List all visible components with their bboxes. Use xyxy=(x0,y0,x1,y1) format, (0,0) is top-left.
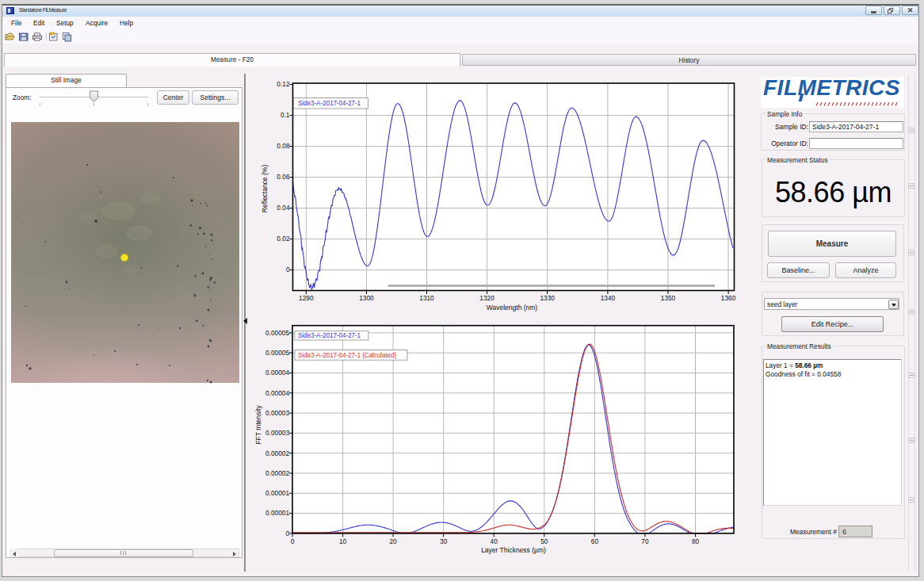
svg-text:Side3-A-2017-04-27-1: Side3-A-2017-04-27-1 xyxy=(298,332,361,339)
svg-text:1320: 1320 xyxy=(479,294,494,302)
svg-text:0.12: 0.12 xyxy=(277,80,290,88)
svg-text:FFT Intensity: FFT Intensity xyxy=(254,405,262,445)
svg-text:0.00004: 0.00004 xyxy=(265,389,289,397)
svg-text:Side3-A-2017-04-27-1: Side3-A-2017-04-27-1 xyxy=(298,100,361,107)
svg-text:1330: 1330 xyxy=(540,294,555,302)
svg-text:0: 0 xyxy=(291,537,295,545)
svg-text:0.00005: 0.00005 xyxy=(265,349,289,357)
svg-text:0.00004: 0.00004 xyxy=(265,369,289,377)
svg-text:0.00002: 0.00002 xyxy=(265,449,289,457)
svg-text:1300: 1300 xyxy=(359,294,374,302)
svg-text:0.04: 0.04 xyxy=(277,204,290,212)
svg-text:1290: 1290 xyxy=(299,294,314,302)
svg-text:0.00001: 0.00001 xyxy=(265,509,289,517)
svg-text:1340: 1340 xyxy=(601,294,616,302)
svg-text:Wavelength (nm): Wavelength (nm) xyxy=(487,304,538,312)
svg-text:0.00003: 0.00003 xyxy=(265,409,289,417)
svg-text:1360: 1360 xyxy=(721,294,736,302)
svg-text:0.00003: 0.00003 xyxy=(265,429,289,437)
svg-text:80: 80 xyxy=(692,537,700,545)
svg-text:0.00001: 0.00001 xyxy=(265,489,289,497)
svg-text:0.02: 0.02 xyxy=(277,235,290,243)
svg-text:0.00002: 0.00002 xyxy=(265,469,289,477)
svg-text:0.08: 0.08 xyxy=(277,142,290,150)
svg-text:Layer Thickness (µm): Layer Thickness (µm) xyxy=(481,546,546,554)
svg-text:1310: 1310 xyxy=(419,294,434,302)
svg-text:0: 0 xyxy=(286,266,290,273)
svg-text:0.1: 0.1 xyxy=(281,111,290,119)
svg-text:Side3-A-2017-04-27-1 (Calculat: Side3-A-2017-04-27-1 (Calculated) xyxy=(298,352,397,359)
svg-text:0.06: 0.06 xyxy=(277,173,290,181)
svg-text:0.00005: 0.00005 xyxy=(265,329,289,337)
svg-text:0: 0 xyxy=(285,529,289,537)
svg-text:10: 10 xyxy=(339,537,347,545)
svg-text:50: 50 xyxy=(540,537,548,545)
svg-text:20: 20 xyxy=(389,537,397,545)
svg-text:1350: 1350 xyxy=(661,294,676,302)
svg-text:70: 70 xyxy=(641,537,649,545)
svg-text:30: 30 xyxy=(440,537,448,545)
svg-text:40: 40 xyxy=(491,537,498,545)
svg-text:Reflectance (%): Reflectance (%) xyxy=(261,165,269,213)
svg-text:60: 60 xyxy=(591,537,599,545)
